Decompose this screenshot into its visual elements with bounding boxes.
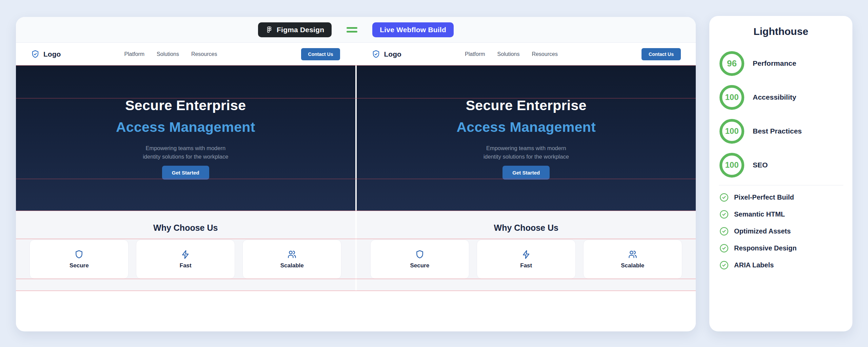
hero-section: Secure Enterprise Access Management Empo… (16, 65, 355, 211)
site-logo-text: Logo (43, 50, 61, 58)
nav-link-platform[interactable]: Platform (124, 51, 145, 57)
features-section: Why Choose Us Secure (16, 211, 355, 291)
webflow-build-preview: Logo Platform Solutions Resources Contac… (357, 43, 696, 331)
hero-subtitle-line2: identity solutions for the workplace (484, 154, 569, 160)
feature-card-fast: Fast (136, 240, 235, 279)
site-navbar: Logo Platform Solutions Resources Contac… (357, 43, 696, 65)
check-circle-icon (719, 261, 729, 270)
score-label: Performance (753, 59, 796, 67)
shield-check-icon (372, 50, 380, 59)
figma-icon (265, 26, 273, 34)
site-footer-area (357, 291, 696, 331)
feature-label: Fast (180, 262, 192, 269)
figma-design-badge: Figma Design (258, 22, 332, 37)
hero-subtitle: Empowering teams with modern identity so… (357, 144, 696, 161)
feature-label: Scalable (280, 262, 304, 269)
score-circle: 96 (719, 51, 744, 76)
checklist-item-optimized-assets: Optimized Assets (709, 223, 852, 240)
feature-card-secure: Secure (29, 240, 129, 279)
site-footer-area (16, 291, 355, 331)
score-label: SEO (753, 161, 768, 169)
checklist-label: Responsive Design (734, 244, 797, 252)
feature-card-secure: Secure (370, 240, 469, 279)
score-label: Best Practices (753, 127, 802, 135)
shield-icon (74, 250, 84, 259)
feature-label: Scalable (621, 262, 644, 269)
check-circle-icon (719, 244, 729, 253)
divider (719, 185, 843, 185)
side-by-side-previews: Logo Platform Solutions Resources Contac… (16, 43, 696, 331)
users-icon (287, 250, 297, 259)
nav-link-solutions[interactable]: Solutions (497, 51, 520, 57)
site-logo[interactable]: Logo (372, 50, 401, 59)
lighthouse-score-performance: 96 Performance (709, 46, 852, 80)
contact-us-button[interactable]: Contact Us (642, 48, 681, 60)
hero-subtitle-line1: Empowering teams with modern (486, 145, 566, 151)
webflow-badge-label: Live Webflow Build (380, 26, 446, 34)
comparison-card: Figma Design Live Webflow Build Logo (16, 17, 696, 331)
checklist-label: Semantic HTML (734, 210, 785, 218)
feature-cards-row: Secure Fast (16, 240, 355, 279)
checklist-label: Optimized Assets (734, 227, 791, 235)
site-nav-links: Platform Solutions Resources (124, 51, 217, 57)
shield-icon (415, 250, 425, 259)
figma-design-preview: Logo Platform Solutions Resources Contac… (16, 43, 355, 331)
zap-icon (181, 250, 190, 259)
checklist-item-semantic-html: Semantic HTML (709, 206, 852, 223)
checklist-label: ARIA Labels (734, 261, 774, 269)
checklist-item-responsive-design: Responsive Design (709, 240, 852, 257)
features-heading: Why Choose Us (357, 211, 696, 232)
feature-card-scalable: Scalable (242, 240, 341, 279)
features-heading: Why Choose Us (16, 211, 355, 232)
feature-label: Fast (520, 262, 532, 269)
zap-icon (521, 250, 531, 259)
features-section: Why Choose Us Secure (357, 211, 696, 291)
hero-title-line2: Access Management (357, 120, 696, 135)
feature-label: Secure (410, 262, 429, 269)
get-started-button[interactable]: Get Started (162, 166, 209, 180)
live-webflow-badge: Live Webflow Build (372, 22, 454, 37)
hero-title-line1: Secure Enterprise (16, 65, 355, 113)
lighthouse-title: Lighthouse (709, 25, 852, 46)
score-circle: 100 (719, 153, 744, 178)
feature-cards-row: Secure Fast (357, 240, 696, 279)
site-logo-text: Logo (384, 50, 401, 58)
feature-card-fast: Fast (477, 240, 576, 279)
check-circle-icon (719, 227, 729, 236)
score-circle: 100 (719, 85, 744, 110)
hero-title-line1: Secure Enterprise (357, 65, 696, 113)
equals-icon (347, 27, 357, 33)
lighthouse-score-seo: 100 SEO (709, 148, 852, 182)
site-navbar: Logo Platform Solutions Resources Contac… (16, 43, 355, 65)
checklist-item-aria-labels: ARIA Labels (709, 257, 852, 273)
hero-subtitle: Empowering teams with modern identity so… (16, 144, 355, 161)
feature-label: Secure (70, 262, 89, 269)
nav-link-platform[interactable]: Platform (465, 51, 485, 57)
checklist-label: Pixel-Perfect Build (734, 193, 794, 201)
contact-us-button[interactable]: Contact Us (301, 48, 340, 60)
hero-subtitle-line1: Empowering teams with modern (145, 145, 225, 151)
shield-check-icon (31, 50, 40, 59)
nav-link-resources[interactable]: Resources (532, 51, 557, 57)
check-circle-icon (719, 210, 729, 219)
comparison-header: Figma Design Live Webflow Build (16, 17, 696, 43)
get-started-button[interactable]: Get Started (502, 166, 550, 180)
check-circle-icon (719, 193, 729, 202)
score-circle: 100 (719, 119, 744, 144)
feature-card-scalable: Scalable (583, 240, 682, 279)
nav-link-solutions[interactable]: Solutions (157, 51, 179, 57)
site-nav-links: Platform Solutions Resources (465, 51, 558, 57)
hero-section: Secure Enterprise Access Management Empo… (357, 65, 696, 211)
nav-link-resources[interactable]: Resources (191, 51, 217, 57)
figma-badge-label: Figma Design (277, 26, 324, 34)
hero-subtitle-line2: identity solutions for the workplace (143, 154, 228, 160)
users-icon (628, 250, 637, 259)
lighthouse-panel: Lighthouse 96 Performance 100 Accessibil… (709, 16, 852, 331)
checklist-item-pixel-perfect: Pixel-Perfect Build (709, 189, 852, 206)
site-logo[interactable]: Logo (31, 50, 61, 59)
score-label: Accessibility (753, 93, 796, 101)
hero-title-line2: Access Management (16, 120, 355, 135)
lighthouse-score-accessibility: 100 Accessibility (709, 80, 852, 114)
lighthouse-score-best-practices: 100 Best Practices (709, 114, 852, 148)
